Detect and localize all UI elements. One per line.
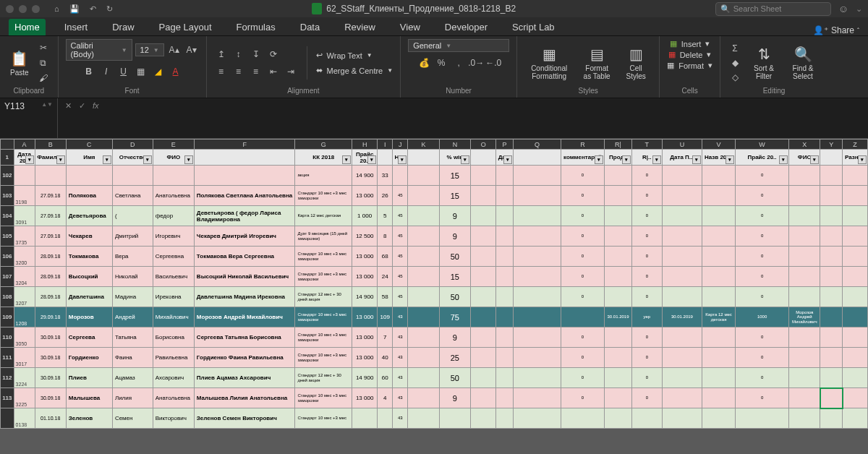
cell[interactable]: 0 [561, 267, 605, 287]
cell[interactable] [789, 226, 820, 247]
cell[interactable]: 28.09.18 [35, 247, 66, 267]
cell[interactable]: 0 [735, 166, 788, 186]
column-header[interactable]: G [295, 140, 352, 150]
filter-header[interactable]: Разниц▾ [843, 150, 868, 166]
filter-header[interactable]: % win▾ [439, 150, 470, 166]
cell[interactable] [702, 287, 736, 307]
cell[interactable]: 0 [735, 186, 788, 206]
table-row[interactable]: 102акция14 9003315000 [1, 166, 868, 186]
cell[interactable]: Карта 12 мес детская [702, 307, 736, 327]
cell[interactable]: 0138 [14, 408, 35, 429]
fill-color-button[interactable]: ◢ [151, 65, 166, 78]
format-cells-button[interactable]: ▦Format ▾ [667, 61, 712, 70]
cell[interactable]: 14 900 [352, 368, 378, 388]
cell[interactable]: Полякова [66, 186, 112, 206]
filter-header[interactable]: Дат..▾ [496, 150, 514, 166]
cell[interactable]: Высоцкий [66, 267, 112, 287]
cell[interactable]: Васильевич [153, 267, 194, 287]
cell[interactable]: Давлетшина Мадина Ирековна [194, 287, 295, 307]
cell[interactable]: Малышева [66, 388, 112, 408]
cell[interactable] [408, 307, 439, 327]
cell[interactable]: 3017 [14, 348, 35, 368]
cell[interactable]: 43 [393, 388, 408, 408]
column-header[interactable]: R| [604, 140, 631, 150]
column-header[interactable]: T [632, 140, 662, 150]
font-name-select[interactable]: Calibri (Body)▼ [66, 39, 132, 61]
spreadsheet-grid[interactable]: ABCDEFGHIJKNOPQRR|TUVWXYZ 1Дата 20..▾Фам… [0, 139, 868, 454]
number-format-select[interactable]: General▼ [408, 39, 509, 52]
cell[interactable] [496, 388, 514, 408]
currency-icon[interactable]: 💰 [417, 56, 431, 69]
name-box[interactable]: Y113 ▲▼ [0, 98, 58, 138]
cell[interactable] [496, 408, 514, 429]
cell[interactable] [843, 368, 868, 388]
column-header[interactable]: N [439, 140, 470, 150]
format-as-table-button[interactable]: ▤Format as Table [578, 44, 616, 82]
cell[interactable]: 29.09.18 [35, 307, 66, 327]
cell[interactable]: 0 [561, 186, 605, 206]
cell[interactable]: 50 [439, 287, 470, 307]
tab-script-lab[interactable]: Script Lab [506, 19, 561, 35]
cell[interactable]: 27.09.18 [35, 226, 66, 247]
cell[interactable]: Вера [112, 247, 153, 267]
zoom-icon[interactable] [32, 5, 40, 13]
tab-draw[interactable]: Draw [106, 19, 140, 35]
cell[interactable]: 45 [393, 247, 408, 267]
filter-button[interactable]: ▾ [56, 155, 65, 164]
comma-icon[interactable]: , [451, 56, 466, 69]
accept-formula-icon[interactable]: ✓ [79, 101, 85, 111]
cell[interactable]: 0 [561, 166, 605, 186]
cell[interactable] [662, 226, 702, 247]
cell[interactable] [604, 287, 631, 307]
cell[interactable] [789, 287, 820, 307]
cell[interactable] [561, 408, 605, 429]
table-row[interactable]: 108320728.09.18ДавлетшинаМадинаИрековнаД… [1, 287, 868, 307]
filter-header[interactable]: ФИО▾ [153, 150, 194, 166]
cell[interactable] [662, 388, 702, 408]
cell[interactable]: 0 [735, 267, 788, 287]
filter-header[interactable] [820, 150, 843, 166]
cell[interactable]: Сергеевна [153, 247, 194, 267]
column-header[interactable]: I [378, 140, 393, 150]
column-header[interactable]: E [153, 140, 194, 150]
cell[interactable] [513, 267, 561, 287]
cell[interactable] [513, 166, 561, 186]
table-row[interactable]: 109120829.09.18МорозовАндрейМихайловичМо… [1, 307, 868, 327]
filter-button[interactable]: ▾ [398, 155, 407, 164]
cell[interactable] [604, 206, 631, 226]
cell[interactable] [471, 368, 496, 388]
cell[interactable]: Гордиенко [66, 348, 112, 368]
cell[interactable]: Сергеева Татьяна Борисовна [194, 327, 295, 348]
cell[interactable]: Чекарев Дмитрий Игоревич [194, 226, 295, 247]
cell[interactable]: 0 [735, 226, 788, 247]
cell[interactable]: 0 [561, 226, 605, 247]
tab-view[interactable]: View [394, 19, 426, 35]
table-row[interactable]: 112322430.09.18ПлиевАцамазАхсаровичПлиев… [1, 368, 868, 388]
filter-button[interactable]: ▾ [25, 155, 34, 164]
sort-filter-button[interactable]: ⇅Sort & Filter [746, 44, 781, 82]
cell[interactable] [702, 206, 736, 226]
cell[interactable]: 50 [439, 247, 470, 267]
cell[interactable] [662, 287, 702, 307]
cell[interactable]: Плиев [66, 368, 112, 388]
cell[interactable]: 24 [378, 267, 393, 287]
cell[interactable]: 30.01.2019 [662, 307, 702, 327]
cell[interactable] [662, 327, 702, 348]
cell[interactable]: Стандарт 10 мес +3 мес [295, 408, 352, 429]
table-row[interactable]: 110305030.09.18СергееваТатьянаБорисовнаС… [1, 327, 868, 348]
cell[interactable]: 26 [378, 186, 393, 206]
cell[interactable]: Ацамаз [112, 368, 153, 388]
cell[interactable]: 0 [735, 388, 788, 408]
cell[interactable]: Сергеева [66, 327, 112, 348]
filter-button[interactable]: ▾ [143, 155, 152, 164]
cell[interactable]: 68 [378, 247, 393, 267]
cell[interactable]: Карта 12 мес детская [295, 206, 352, 226]
row-header[interactable]: 104 [1, 206, 14, 226]
cell[interactable]: 1208 [14, 307, 35, 327]
cell[interactable]: 3207 [14, 287, 35, 307]
cell[interactable] [513, 368, 561, 388]
cell[interactable]: 15 [439, 166, 470, 186]
cell[interactable] [702, 388, 736, 408]
cell[interactable] [471, 388, 496, 408]
table-row[interactable]: 107320428.09.18ВысоцкийНиколайВасильевич… [1, 267, 868, 287]
